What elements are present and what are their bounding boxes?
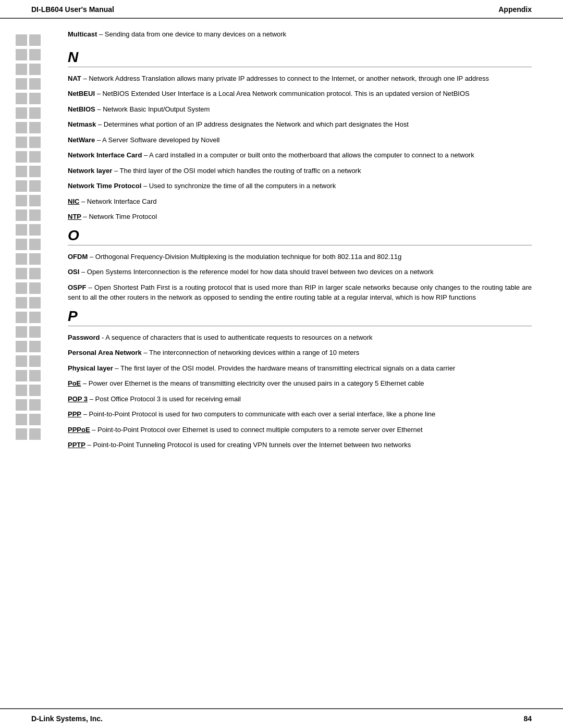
term-text-password: Password - A sequence of characters that…: [68, 332, 532, 343]
page-footer: D-Link Systems, Inc. 84: [0, 708, 563, 728]
term-text-netware: NetWare – A Server Software developed by…: [68, 135, 532, 145]
sidebar-square: [29, 399, 41, 411]
term-netbeui: NetBEUI – NetBIOS Extended User Interfac…: [68, 89, 532, 99]
sidebar-square: [29, 268, 41, 279]
sidebar-square: [16, 399, 27, 411]
term-text-poe: PoE – Power over Ethernet is the means o…: [68, 378, 532, 389]
sidebar-square: [29, 166, 41, 177]
sidebar-square: [16, 166, 27, 177]
term-text-nic-full: Network Interface Card – A card installe…: [68, 150, 532, 161]
page-header: DI-LB604 User's Manual Appendix: [0, 0, 563, 19]
sidebar-square: [16, 49, 27, 60]
term-text-ntp-full: Network Time Protocol – Used to synchron…: [68, 181, 532, 191]
term-text-pan: Personal Area Network – The interconnect…: [68, 348, 532, 358]
sidebar-square-row: [16, 341, 68, 352]
term-text-netbeui: NetBEUI – NetBIOS Extended User Interfac…: [68, 89, 532, 99]
term-text-pppoe: PPPoE – Point-to-Point Protocol over Eth…: [68, 425, 532, 435]
sidebar-square: [16, 341, 27, 352]
term-pppoe: PPPoE – Point-to-Point Protocol over Eth…: [68, 425, 532, 435]
term-pop3: POP 3 – Post Office Protocol 3 is used f…: [68, 394, 532, 404]
sidebar-square: [29, 385, 41, 396]
sidebar-square: [29, 93, 41, 104]
sidebar-square: [16, 268, 27, 279]
sidebar-square: [16, 253, 27, 265]
term-text-ospf: OSPF – Open Shortest Path First is a rou…: [68, 282, 532, 303]
term-password: Password - A sequence of characters that…: [68, 332, 532, 343]
intro-block: Multicast – Sending data from one device…: [68, 29, 532, 40]
sidebar-square: [29, 122, 41, 133]
term-text-netmask: Netmask – Determines what portion of an …: [68, 119, 532, 130]
term-physical-layer: Physical layer – The first layer of the …: [68, 363, 532, 374]
sidebar-square: [16, 428, 27, 440]
sidebar-square: [29, 239, 41, 250]
term-text-nat: NAT – Network Address Translation allows…: [68, 73, 532, 84]
term-text-physical-layer: Physical layer – The first layer of the …: [68, 363, 532, 374]
sidebar-square: [16, 209, 27, 221]
sidebar-square-row: [16, 282, 68, 294]
sidebar-square-row: [16, 399, 68, 411]
sidebar-square-row: [16, 64, 68, 75]
sidebar-square: [29, 326, 41, 338]
term-netbios: NetBIOS – Network Basic Input/Output Sys…: [68, 104, 532, 115]
sidebar-square-row: [16, 93, 68, 104]
sidebar-square: [16, 326, 27, 338]
sidebar-square: [16, 385, 27, 396]
sidebar-square-row: [16, 385, 68, 396]
sidebar-square: [16, 151, 27, 163]
sidebar-square-row: [16, 180, 68, 192]
sidebar-square: [16, 282, 27, 294]
sidebar-square: [29, 64, 41, 75]
sidebar-square-row: [16, 428, 68, 440]
sidebar-square: [16, 312, 27, 323]
sidebar-square-row: [16, 122, 68, 133]
sidebar-square-row: [16, 137, 68, 148]
sidebar-square-row: [16, 253, 68, 265]
sidebar-square-row: [16, 151, 68, 163]
term-text-nic-abbr: NIC – Network Interface Card: [68, 196, 532, 207]
term-text-osi: OSI – Open Systems Interconnection is th…: [68, 267, 532, 277]
sidebar-square: [16, 78, 27, 90]
sidebar-square: [29, 370, 41, 381]
sidebar-square: [29, 78, 41, 90]
term-network-layer: Network layer – The third layer of the O…: [68, 166, 532, 176]
term-netware: NetWare – A Server Software developed by…: [68, 135, 532, 145]
term-ospf: OSPF – Open Shortest Path First is a rou…: [68, 282, 532, 303]
sidebar-square: [16, 370, 27, 381]
sidebar-square-row: [16, 34, 68, 46]
section-letter-p: P: [68, 308, 532, 325]
term-nic-abbr: NIC – Network Interface Card: [68, 196, 532, 207]
sidebar-square: [16, 122, 27, 133]
section-divider: [68, 245, 532, 245]
sidebar-square: [29, 195, 41, 206]
sidebar-square-row: [16, 49, 68, 60]
term-text-netbios: NetBIOS – Network Basic Input/Output Sys…: [68, 104, 532, 115]
sidebar-square: [16, 34, 27, 46]
sidebar-square: [29, 34, 41, 46]
sidebar-square-row: [16, 209, 68, 221]
term-poe: PoE – Power over Ethernet is the means o…: [68, 378, 532, 389]
section-letter-o: O: [68, 227, 532, 244]
sidebar-square-row: [16, 312, 68, 323]
term-pptp: PPTP – Point-to-Point Tunneling Protocol…: [68, 440, 532, 450]
sidebar-square: [29, 355, 41, 367]
term-ofdm: OFDM – Orthogonal Frequency-Division Mul…: [68, 252, 532, 262]
term-text-ppp: PPP – Point-to-Point Protocol is used fo…: [68, 409, 532, 419]
term-nat: NAT – Network Address Translation allows…: [68, 73, 532, 84]
sidebar-square-row: [16, 78, 68, 90]
sidebar-square-row: [16, 355, 68, 367]
term-text-pop3: POP 3 – Post Office Protocol 3 is used f…: [68, 394, 532, 404]
sidebar-square: [29, 312, 41, 323]
term-osi: OSI – Open Systems Interconnection is th…: [68, 267, 532, 277]
term-text-ntp-abbr: NTP – Network Time Protocol: [68, 212, 532, 222]
term-nic-full: Network Interface Card – A card installe…: [68, 150, 532, 161]
term-ntp-full: Network Time Protocol – Used to synchron…: [68, 181, 532, 191]
intro-text: Multicast – Sending data from one device…: [68, 29, 532, 40]
section-divider: [68, 326, 532, 326]
term-text-ofdm: OFDM – Orthogonal Frequency-Division Mul…: [68, 252, 532, 262]
sidebar-square: [16, 355, 27, 367]
sidebar-square-row: [16, 297, 68, 309]
sidebar-square: [29, 137, 41, 148]
sidebar-square-row: [16, 166, 68, 177]
sidebar-square: [29, 209, 41, 221]
main-content: Multicast – Sending data from one device…: [68, 29, 563, 455]
